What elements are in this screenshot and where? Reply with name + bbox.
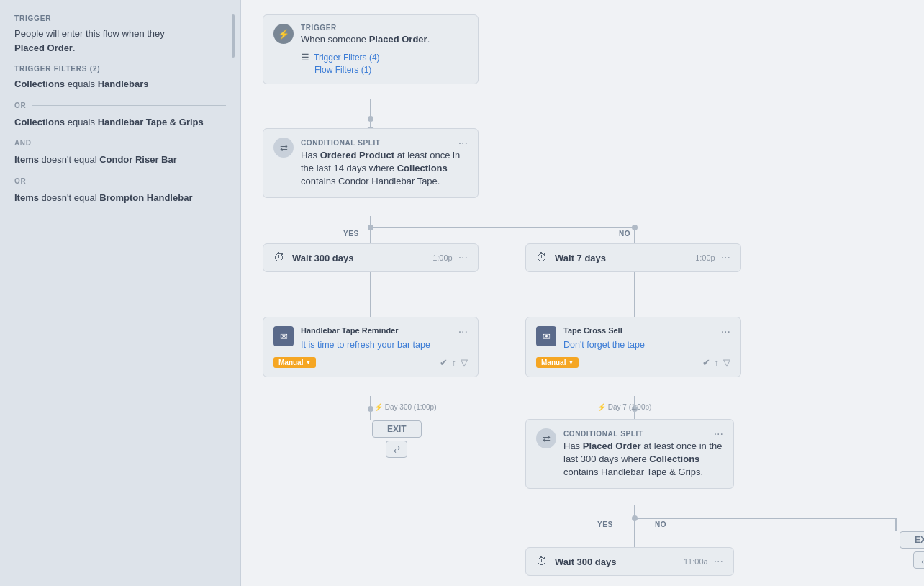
- email-no-action-3[interactable]: ▽: [723, 357, 730, 368]
- filters-section-label: TRIGGER FILTERS (2): [14, 65, 226, 73]
- filter-and: AND: [14, 139, 226, 147]
- cond-split-1-text: Has Ordered Product at least once in the…: [301, 149, 468, 189]
- filter-2: Collections equals Handlebar Tape & Grip…: [14, 115, 226, 130]
- connectors-svg: [263, 14, 910, 586]
- email-yes-action-1[interactable]: ✔: [440, 357, 448, 368]
- email-no-actions: ✔ ↑ ▽: [702, 357, 731, 368]
- cond-split-1-label: Conditional Split: [301, 139, 381, 147]
- email-yes-subject: It is time to refresh your bar tape: [301, 340, 468, 350]
- trigger-card[interactable]: ⚡ Trigger When someone Placed Order. ☰ T…: [263, 14, 479, 84]
- email-yes-action-3[interactable]: ▽: [461, 357, 468, 368]
- wait-bottom-inner: ⏱ Wait 300 days: [536, 555, 684, 568]
- email-yes-menu[interactable]: ···: [458, 326, 468, 338]
- filter-or-2: OR: [14, 177, 226, 185]
- email-no-action-1[interactable]: ✔: [702, 357, 710, 368]
- cond-split-icon: ⇄: [273, 138, 294, 158]
- svg-point-20: [632, 515, 638, 521]
- filter-1: Collections equals Handlebars: [14, 77, 226, 91]
- wait-yes-inner: ⏱ Wait 300 days: [273, 251, 432, 264]
- trigger-section-label: TRIGGER: [14, 14, 226, 22]
- cond-split-2-card[interactable]: ⇄ Conditional Split ··· Has Placed Order…: [525, 419, 734, 489]
- wait-bottom-card[interactable]: ⏱ Wait 300 days 11:00a ···: [525, 547, 734, 576]
- cond-split-2-menu[interactable]: ···: [714, 428, 723, 440]
- trigger-action-bold: Placed Order: [14, 42, 73, 53]
- email-no-icon: ✉: [536, 326, 556, 346]
- wait-bottom-menu[interactable]: ···: [714, 556, 723, 567]
- wait-yes-card[interactable]: ⏱ Wait 300 days 1:00p ···: [263, 243, 479, 272]
- cond-split-1-card[interactable]: ⇄ Conditional Split ··· Has Ordered Prod…: [263, 128, 479, 198]
- yes-label-2: YES: [597, 520, 613, 528]
- email-no-card[interactable]: ✉ Tape Cross Sell ··· Don't forget the t…: [525, 317, 741, 377]
- trigger-filter-1[interactable]: Trigger Filters (4): [314, 53, 380, 63]
- day-marker-no: Day 7 (1:00p): [597, 403, 651, 411]
- exit-label-1: EXIT: [372, 420, 422, 438]
- email-yes-name: Handlebar Tape Reminder: [301, 326, 399, 335]
- email-no-subject: Don't forget the tape: [563, 340, 730, 350]
- exit-icon-1: ⇄: [386, 441, 407, 458]
- svg-point-9: [632, 225, 638, 230]
- email-yes-card[interactable]: ✉ Handlebar Tape Reminder ··· It is time…: [263, 317, 479, 377]
- email-yes-badge[interactable]: Manual ▼: [273, 357, 316, 368]
- exit-node-1: EXIT ⇄: [372, 420, 422, 458]
- no-label-2: NO: [655, 520, 666, 528]
- email-no-badge[interactable]: Manual ▼: [536, 357, 579, 368]
- filter-or-1: OR: [14, 102, 226, 109]
- email-yes-icon: ✉: [273, 326, 294, 346]
- svg-point-14: [368, 406, 373, 412]
- filter-4: Items doesn't equal Brompton Handlebar: [14, 191, 226, 205]
- flow-root: YES NO YES NO Day 300 (1:00p) Day 7 (1:0…: [263, 14, 910, 586]
- filter-3: Items doesn't equal Condor Riser Bar: [14, 153, 226, 167]
- exit-right-node: EXIT ⇄: [900, 531, 924, 569]
- flow-canvas: YES NO YES NO Day 300 (1:00p) Day 7 (1:0…: [241, 0, 924, 586]
- trigger-description: People will enter this flow when they Pl…: [14, 27, 226, 55]
- email-no-name: Tape Cross Sell: [563, 326, 622, 335]
- trigger-filter-2[interactable]: Flow Filters (1): [314, 65, 371, 75]
- email-yes-action-2[interactable]: ↑: [452, 357, 457, 368]
- trigger-card-title: When someone Placed Order.: [301, 33, 468, 46]
- wait-yes-time: 1:00p: [432, 253, 453, 262]
- wait-no-menu[interactable]: ···: [721, 252, 730, 263]
- wait-no-icon: ⏱: [536, 251, 548, 264]
- wait-no-time: 1:00p: [695, 253, 715, 262]
- sidebar: TRIGGER People will enter this flow when…: [0, 0, 241, 586]
- exit-right-icon: ⇄: [913, 551, 924, 569]
- trigger-icon: ⚡: [273, 24, 294, 44]
- wait-bottom-icon: ⏱: [536, 555, 548, 568]
- cond-split-1-menu[interactable]: ···: [458, 138, 468, 149]
- wait-no-inner: ⏱ Wait 7 days: [536, 251, 695, 264]
- no-label-1: NO: [619, 230, 630, 238]
- exit-right-label: EXIT: [900, 531, 924, 549]
- cond-split-2-icon: ⇄: [536, 428, 556, 448]
- email-yes-actions: ✔ ↑ ▽: [440, 357, 468, 368]
- email-no-action-2[interactable]: ↑: [715, 357, 720, 368]
- wait-yes-label: Wait 300 days: [292, 253, 354, 263]
- wait-bottom-label: Wait 300 days: [555, 556, 617, 567]
- cond-split-2-text: Has Placed Order at least once in the la…: [563, 440, 723, 479]
- day-marker-yes: Day 300 (1:00p): [374, 403, 437, 411]
- scroll-indicator: [232, 14, 235, 58]
- cond-split-2-label: Conditional Split: [563, 430, 643, 438]
- svg-point-5: [368, 225, 373, 230]
- wait-no-label: Wait 7 days: [555, 253, 606, 263]
- wait-bottom-time: 11:00a: [684, 557, 708, 566]
- wait-no-card[interactable]: ⏱ Wait 7 days 1:00p ···: [525, 243, 741, 272]
- trigger-card-label: Trigger: [301, 24, 468, 32]
- svg-point-1: [368, 116, 373, 122]
- yes-label-1: YES: [343, 230, 359, 238]
- email-no-menu[interactable]: ···: [721, 326, 730, 338]
- wait-yes-icon: ⏱: [273, 251, 285, 264]
- wait-yes-menu[interactable]: ···: [458, 252, 468, 263]
